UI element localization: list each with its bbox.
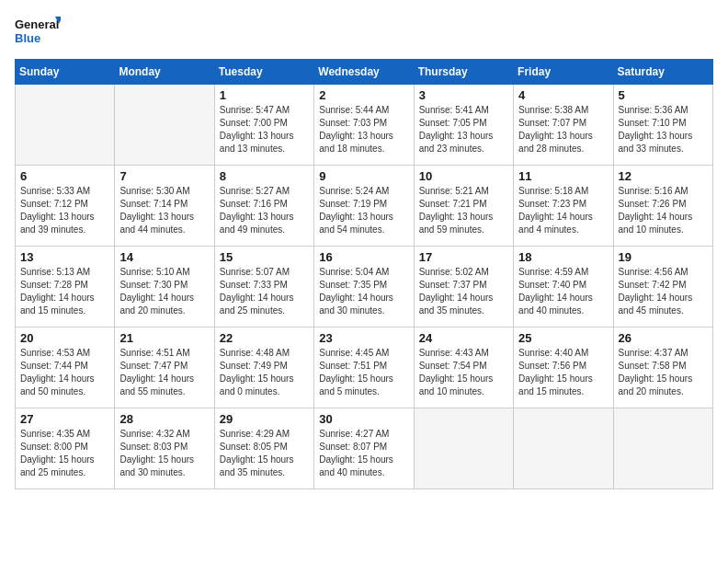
- day-info: Sunrise: 4:53 AMSunset: 7:44 PMDaylight:…: [20, 347, 109, 398]
- day-info: Sunrise: 5:16 AMSunset: 7:26 PMDaylight:…: [619, 185, 708, 236]
- day-number: 30: [319, 412, 408, 426]
- calendar-cell: 30Sunrise: 4:27 AMSunset: 8:07 PMDayligh…: [314, 408, 414, 489]
- day-info: Sunrise: 5:30 AMSunset: 7:14 PMDaylight:…: [119, 185, 209, 236]
- page-header: General Blue: [15, 15, 713, 48]
- day-info: Sunrise: 4:35 AMSunset: 8:00 PMDaylight:…: [20, 428, 109, 479]
- day-number: 26: [619, 331, 708, 345]
- calendar-cell: [514, 408, 613, 489]
- day-number: 27: [20, 412, 109, 426]
- calendar-week-3: 13Sunrise: 5:13 AMSunset: 7:28 PMDayligh…: [16, 247, 713, 327]
- day-number: 12: [619, 169, 708, 183]
- calendar-cell: 15Sunrise: 5:07 AMSunset: 7:33 PMDayligh…: [214, 247, 313, 327]
- day-info: Sunrise: 4:59 AMSunset: 7:40 PMDaylight:…: [518, 266, 608, 317]
- day-number: 14: [119, 250, 209, 264]
- day-number: 24: [419, 331, 508, 345]
- day-info: Sunrise: 5:18 AMSunset: 7:23 PMDaylight:…: [518, 185, 608, 236]
- day-info: Sunrise: 4:56 AMSunset: 7:42 PMDaylight:…: [619, 266, 708, 317]
- calendar-cell: 21Sunrise: 4:51 AMSunset: 7:47 PMDayligh…: [115, 327, 214, 408]
- day-number: 1: [220, 88, 309, 102]
- day-info: Sunrise: 4:40 AMSunset: 7:56 PMDaylight:…: [518, 347, 608, 398]
- calendar-week-5: 27Sunrise: 4:35 AMSunset: 8:00 PMDayligh…: [16, 408, 713, 489]
- calendar-cell: 11Sunrise: 5:18 AMSunset: 7:23 PMDayligh…: [514, 166, 613, 247]
- weekday-header-monday: Monday: [115, 60, 214, 85]
- calendar-cell: 29Sunrise: 4:29 AMSunset: 8:05 PMDayligh…: [214, 408, 313, 489]
- day-info: Sunrise: 4:29 AMSunset: 8:05 PMDaylight:…: [220, 428, 309, 479]
- day-info: Sunrise: 5:13 AMSunset: 7:28 PMDaylight:…: [20, 266, 109, 317]
- weekday-header-saturday: Saturday: [613, 60, 712, 85]
- calendar-cell: [16, 85, 115, 166]
- day-number: 10: [419, 169, 508, 183]
- day-number: 11: [518, 169, 608, 183]
- day-number: 29: [220, 412, 309, 426]
- day-number: 4: [518, 88, 608, 102]
- day-info: Sunrise: 5:33 AMSunset: 7:12 PMDaylight:…: [20, 185, 109, 236]
- calendar-cell: 24Sunrise: 4:43 AMSunset: 7:54 PMDayligh…: [414, 327, 513, 408]
- calendar-cell: 12Sunrise: 5:16 AMSunset: 7:26 PMDayligh…: [613, 166, 712, 247]
- day-info: Sunrise: 5:47 AMSunset: 7:00 PMDaylight:…: [220, 104, 309, 155]
- calendar-cell: [613, 408, 712, 489]
- calendar-cell: 26Sunrise: 4:37 AMSunset: 7:58 PMDayligh…: [613, 327, 712, 408]
- day-number: 8: [220, 169, 309, 183]
- weekday-header-friday: Friday: [514, 60, 613, 85]
- day-info: Sunrise: 5:27 AMSunset: 7:16 PMDaylight:…: [220, 185, 309, 236]
- svg-text:Blue: Blue: [15, 31, 40, 45]
- calendar-cell: 13Sunrise: 5:13 AMSunset: 7:28 PMDayligh…: [16, 247, 115, 327]
- day-info: Sunrise: 4:27 AMSunset: 8:07 PMDaylight:…: [319, 428, 408, 479]
- svg-text:General: General: [15, 17, 59, 31]
- calendar-cell: 19Sunrise: 4:56 AMSunset: 7:42 PMDayligh…: [613, 247, 712, 327]
- weekday-header-sunday: Sunday: [16, 60, 115, 85]
- calendar-cell: 28Sunrise: 4:32 AMSunset: 8:03 PMDayligh…: [115, 408, 214, 489]
- day-number: 21: [119, 331, 209, 345]
- day-info: Sunrise: 5:36 AMSunset: 7:10 PMDaylight:…: [619, 104, 708, 155]
- day-info: Sunrise: 5:44 AMSunset: 7:03 PMDaylight:…: [319, 104, 408, 155]
- day-number: 9: [319, 169, 408, 183]
- day-info: Sunrise: 4:43 AMSunset: 7:54 PMDaylight:…: [419, 347, 508, 398]
- day-info: Sunrise: 4:48 AMSunset: 7:49 PMDaylight:…: [220, 347, 309, 398]
- calendar-cell: 1Sunrise: 5:47 AMSunset: 7:00 PMDaylight…: [214, 85, 313, 166]
- calendar-cell: [414, 408, 513, 489]
- calendar-week-1: 1Sunrise: 5:47 AMSunset: 7:00 PMDaylight…: [16, 85, 713, 166]
- calendar-cell: 7Sunrise: 5:30 AMSunset: 7:14 PMDaylight…: [115, 166, 214, 247]
- day-number: 20: [20, 331, 109, 345]
- logo-svg: General Blue: [15, 15, 61, 48]
- day-number: 28: [119, 412, 209, 426]
- weekday-header-wednesday: Wednesday: [314, 60, 414, 85]
- calendar-cell: 9Sunrise: 5:24 AMSunset: 7:19 PMDaylight…: [314, 166, 414, 247]
- day-number: 3: [419, 88, 508, 102]
- weekday-header-tuesday: Tuesday: [214, 60, 313, 85]
- day-info: Sunrise: 5:07 AMSunset: 7:33 PMDaylight:…: [220, 266, 309, 317]
- calendar-cell: 17Sunrise: 5:02 AMSunset: 7:37 PMDayligh…: [414, 247, 513, 327]
- calendar-cell: 8Sunrise: 5:27 AMSunset: 7:16 PMDaylight…: [214, 166, 313, 247]
- day-info: Sunrise: 4:37 AMSunset: 7:58 PMDaylight:…: [619, 347, 708, 398]
- calendar-cell: 27Sunrise: 4:35 AMSunset: 8:00 PMDayligh…: [16, 408, 115, 489]
- day-info: Sunrise: 4:45 AMSunset: 7:51 PMDaylight:…: [319, 347, 408, 398]
- day-number: 19: [619, 250, 708, 264]
- day-number: 15: [220, 250, 309, 264]
- calendar-cell: 5Sunrise: 5:36 AMSunset: 7:10 PMDaylight…: [613, 85, 712, 166]
- day-info: Sunrise: 4:51 AMSunset: 7:47 PMDaylight:…: [119, 347, 209, 398]
- calendar-cell: 6Sunrise: 5:33 AMSunset: 7:12 PMDaylight…: [16, 166, 115, 247]
- calendar-week-2: 6Sunrise: 5:33 AMSunset: 7:12 PMDaylight…: [16, 166, 713, 247]
- day-info: Sunrise: 5:41 AMSunset: 7:05 PMDaylight:…: [419, 104, 508, 155]
- calendar-cell: 2Sunrise: 5:44 AMSunset: 7:03 PMDaylight…: [314, 85, 414, 166]
- day-number: 2: [319, 88, 408, 102]
- day-info: Sunrise: 5:38 AMSunset: 7:07 PMDaylight:…: [518, 104, 608, 155]
- day-number: 25: [518, 331, 608, 345]
- calendar-cell: 3Sunrise: 5:41 AMSunset: 7:05 PMDaylight…: [414, 85, 513, 166]
- day-info: Sunrise: 5:24 AMSunset: 7:19 PMDaylight:…: [319, 185, 408, 236]
- calendar-cell: [115, 85, 214, 166]
- calendar-cell: 16Sunrise: 5:04 AMSunset: 7:35 PMDayligh…: [314, 247, 414, 327]
- day-number: 18: [518, 250, 608, 264]
- day-info: Sunrise: 4:32 AMSunset: 8:03 PMDaylight:…: [119, 428, 209, 479]
- day-info: Sunrise: 5:10 AMSunset: 7:30 PMDaylight:…: [119, 266, 209, 317]
- day-number: 17: [419, 250, 508, 264]
- day-number: 13: [20, 250, 109, 264]
- day-number: 23: [319, 331, 408, 345]
- calendar-cell: 10Sunrise: 5:21 AMSunset: 7:21 PMDayligh…: [414, 166, 513, 247]
- calendar-cell: 23Sunrise: 4:45 AMSunset: 7:51 PMDayligh…: [314, 327, 414, 408]
- day-number: 16: [319, 250, 408, 264]
- calendar-cell: 25Sunrise: 4:40 AMSunset: 7:56 PMDayligh…: [514, 327, 613, 408]
- day-info: Sunrise: 5:04 AMSunset: 7:35 PMDaylight:…: [319, 266, 408, 317]
- calendar-cell: 4Sunrise: 5:38 AMSunset: 7:07 PMDaylight…: [514, 85, 613, 166]
- calendar-table: SundayMondayTuesdayWednesdayThursdayFrid…: [15, 59, 713, 489]
